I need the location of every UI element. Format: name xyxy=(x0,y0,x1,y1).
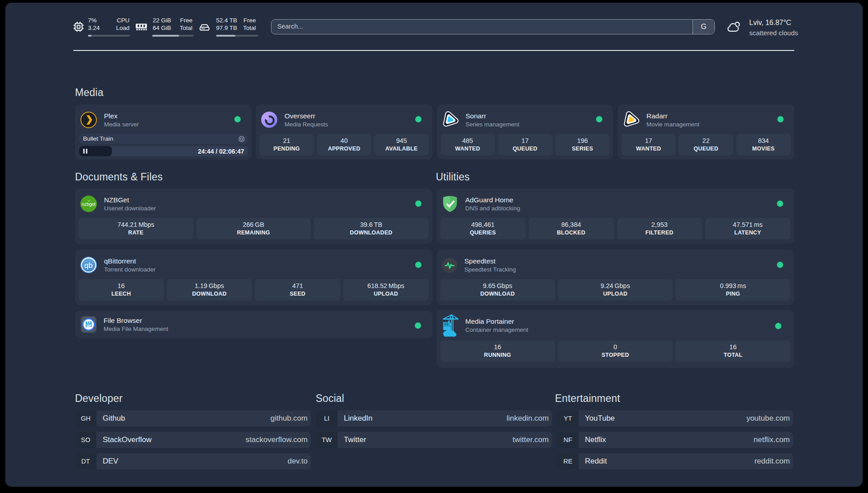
svg-text:nzbget: nzbget xyxy=(82,202,96,207)
svg-text:qb: qb xyxy=(84,261,93,270)
